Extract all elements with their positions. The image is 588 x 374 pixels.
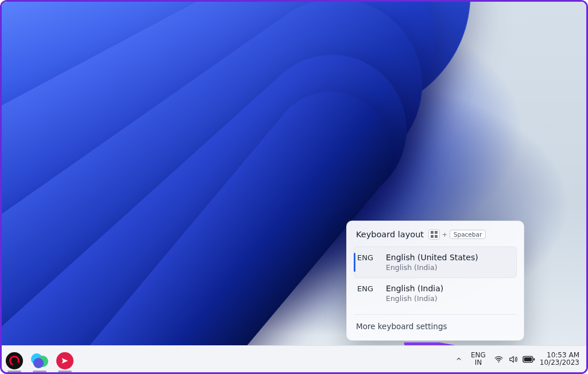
wifi-icon bbox=[494, 354, 504, 364]
svg-point-5 bbox=[498, 361, 499, 363]
layout-code: ENG bbox=[357, 284, 378, 293]
taskbar-system-icons[interactable] bbox=[494, 354, 535, 364]
layout-primary-label: English (United States) bbox=[386, 253, 478, 262]
copilot-icon bbox=[31, 352, 48, 369]
flyout-shortcut: + Spacebar bbox=[428, 229, 486, 240]
keyboard-layout-flyout: Keyboard layout + Spacebar ENG English (… bbox=[346, 221, 524, 341]
layout-primary-label: English (India) bbox=[386, 284, 443, 293]
svg-rect-2 bbox=[431, 235, 434, 238]
flyout-title: Keyboard layout bbox=[356, 230, 424, 239]
taskbar-app-copilot[interactable] bbox=[30, 352, 49, 370]
more-keyboard-settings-link[interactable]: More keyboard settings bbox=[354, 318, 517, 336]
layout-option-en-in[interactable]: ENG English (India) English (India) bbox=[354, 278, 517, 309]
taskbar-clock[interactable]: 10:53 AM 10/23/2023 bbox=[540, 352, 579, 367]
win-key-icon bbox=[428, 229, 440, 240]
layout-secondary-label: English (India) bbox=[386, 263, 478, 272]
svg-rect-0 bbox=[431, 231, 434, 234]
clock-date-label: 10/23/2023 bbox=[540, 359, 579, 367]
taskbar: ENG IN 10:53 AM bbox=[2, 345, 586, 372]
svg-rect-1 bbox=[435, 231, 438, 234]
volume-icon bbox=[508, 354, 518, 364]
taskbar-app-opera[interactable] bbox=[5, 352, 24, 370]
flyout-divider bbox=[354, 314, 517, 315]
svg-rect-7 bbox=[533, 358, 535, 360]
language-region-label: IN bbox=[471, 359, 486, 367]
layout-secondary-label: English (India) bbox=[386, 294, 443, 303]
layout-option-en-us[interactable]: ENG English (United States) English (Ind… bbox=[354, 246, 517, 278]
taskbar-language-indicator[interactable]: ENG IN bbox=[467, 350, 489, 367]
send-icon bbox=[56, 352, 74, 369]
svg-rect-8 bbox=[524, 357, 532, 361]
taskbar-overflow-chevron-icon[interactable] bbox=[455, 355, 463, 363]
layout-code: ENG bbox=[357, 253, 378, 262]
svg-rect-3 bbox=[435, 235, 438, 238]
taskbar-app-send[interactable] bbox=[56, 352, 74, 370]
plus-separator: + bbox=[442, 231, 447, 238]
battery-icon bbox=[523, 355, 535, 364]
opera-icon bbox=[6, 352, 23, 369]
spacebar-key-label: Spacebar bbox=[450, 230, 486, 239]
